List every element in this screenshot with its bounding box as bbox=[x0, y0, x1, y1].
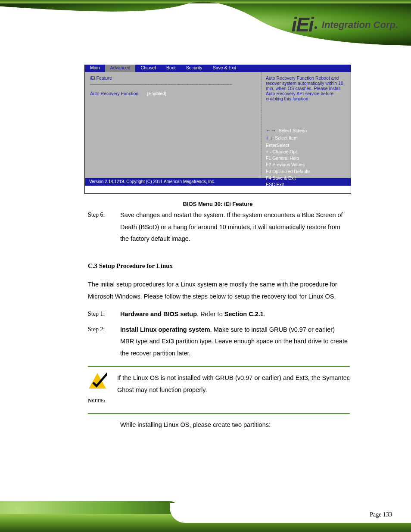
step-2-no: Step 2: bbox=[88, 324, 116, 360]
page-content: Step 6: Save changes and restart the sys… bbox=[88, 209, 350, 431]
bios-left-panel: iEi Feature ----------------------------… bbox=[85, 72, 262, 178]
bios-menu-security: Security bbox=[181, 63, 208, 72]
arrow-ud-icon: ↑ ↓ bbox=[266, 135, 272, 141]
step-6-text: Save changes and restart the system. If … bbox=[120, 209, 350, 245]
note-block: NOTE: If the Linux OS is not installed w… bbox=[88, 372, 350, 406]
bios-menu: Main Advanced Chipset Boot Security Save… bbox=[85, 63, 351, 72]
bios-screenshot: Aptio Setup Utility – Copyright (C) 2011… bbox=[84, 53, 351, 194]
bios-rule: ----------------------------------------… bbox=[90, 82, 256, 87]
bios-key-esc: ESC Exit bbox=[266, 181, 346, 188]
step-6-no: Step 6: bbox=[88, 209, 116, 245]
bios-menu-save-exit: Save & Exit bbox=[208, 63, 241, 72]
bios-key-f2: F2 Previous Values bbox=[266, 162, 346, 168]
bios-key-f1: F1 General Help bbox=[266, 155, 346, 162]
arrow-lr-icon: ←→ bbox=[266, 128, 276, 134]
figure-caption: BIOS Menu 30: iEi Feature bbox=[84, 201, 351, 207]
bios-menu-advanced: Advanced bbox=[105, 63, 136, 72]
step-1-body: Hardware and BIOS setup. Refer to Sectio… bbox=[120, 308, 350, 320]
bios-key-lr: : Select Screen bbox=[276, 128, 307, 133]
footer-curve-left bbox=[0, 501, 181, 514]
section-title: C.3 Setup Procedure for Linux bbox=[88, 260, 350, 272]
bios-menu-main: Main bbox=[85, 63, 105, 72]
bios-right-desc: Auto Recovery Function Reboot and recove… bbox=[266, 75, 346, 127]
bios-right-panel: Auto Recovery Function Reboot and recove… bbox=[262, 72, 351, 178]
bios-menu-chipset: Chipset bbox=[135, 63, 161, 72]
intro-paragraph: The initial setup procedures for a Linux… bbox=[88, 279, 350, 302]
bios-key-pm: + - Change Opt. bbox=[266, 149, 346, 155]
bios-panel-heading: iEi Feature bbox=[90, 75, 256, 81]
step-1-link: Section C.2.1 bbox=[224, 311, 264, 317]
step-2-bold: Install Linux operating system bbox=[120, 326, 210, 333]
post-note-text: While installing Linux OS, please create… bbox=[120, 419, 350, 431]
bios-menu-boot: Boot bbox=[161, 63, 181, 72]
bios-keys: ←→: Select Screen ↑ ↓: Select Item Enter… bbox=[266, 127, 346, 188]
brand-logo: iEiIntegration Corp. bbox=[292, 13, 398, 36]
step-1: Step 1: Hardware and BIOS setup. Refer t… bbox=[88, 308, 350, 320]
divider-top bbox=[88, 366, 350, 367]
note-check-icon bbox=[88, 372, 107, 389]
step-1-no: Step 1: bbox=[88, 308, 116, 320]
bios-body: iEi Feature ----------------------------… bbox=[85, 72, 351, 178]
bios-option-label: Auto Recovery Function bbox=[90, 91, 138, 96]
note-text: If the Linux OS is not installed with GR… bbox=[117, 372, 350, 396]
bios-key-ud: : Select Item bbox=[272, 135, 297, 140]
note-left: NOTE: bbox=[88, 372, 107, 406]
step-1-mid: . Refer to bbox=[197, 311, 224, 317]
page-number: Page 133 bbox=[370, 511, 392, 518]
bios-option-value: [Enabled] bbox=[147, 91, 166, 96]
step-2-body: Install Linux operating system. Make sur… bbox=[120, 324, 350, 360]
step-6: Step 6: Save changes and restart the sys… bbox=[88, 209, 350, 245]
bios-key-f3: F3 Optimized Defaults bbox=[266, 168, 346, 175]
bios-option-row: Auto Recovery Function [Enabled] bbox=[90, 91, 256, 96]
bios-key-enter: EnterSelect bbox=[266, 142, 346, 149]
logo-dot-icon bbox=[314, 26, 317, 29]
step-2: Step 2: Install Linux operating system. … bbox=[88, 324, 350, 360]
logo-integration-text: Integration Corp. bbox=[322, 19, 398, 31]
note-label: NOTE: bbox=[88, 395, 107, 406]
divider-bottom bbox=[88, 413, 350, 414]
step-1-tail: . bbox=[264, 311, 265, 317]
step-1-bold: Hardware and BIOS setup bbox=[120, 311, 197, 317]
logo-iei-text: iEi bbox=[292, 13, 313, 36]
bios-key-f4: F4 Save & Exit bbox=[266, 175, 346, 181]
